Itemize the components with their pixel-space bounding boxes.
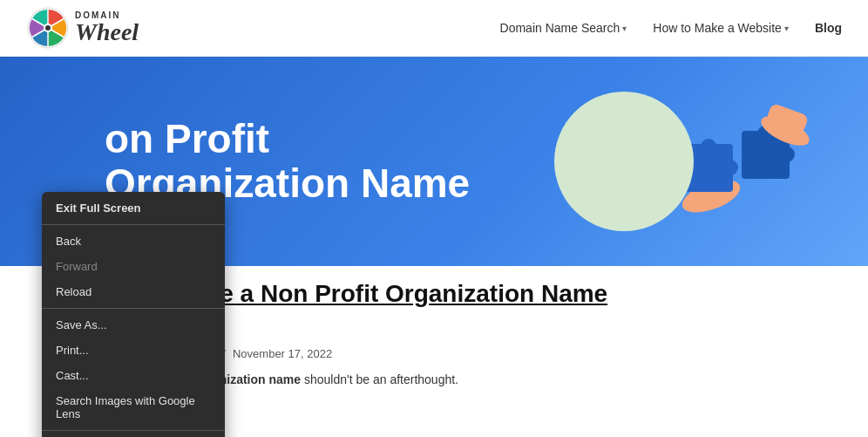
- navigation: Domain Name Search ▾ How to Make a Websi…: [500, 21, 842, 35]
- chevron-down-icon: ▾: [784, 24, 789, 33]
- puzzle-svg: [659, 83, 833, 240]
- context-menu-separator-2: [42, 308, 225, 309]
- puzzle-illustration: [659, 83, 833, 240]
- nav-domain-search-label: Domain Name Search: [500, 21, 620, 35]
- svg-point-12: [701, 139, 716, 154]
- nav-how-to[interactable]: How to Make a Website ▾: [653, 21, 789, 35]
- context-menu-search-images[interactable]: Search Images with Google Lens: [42, 388, 225, 427]
- logo[interactable]: DOMAIN Wheel: [26, 6, 139, 50]
- excerpt-suffix: shouldn't be an afterthought.: [301, 372, 458, 386]
- context-menu-exit-fullscreen[interactable]: Exit Full Screen: [42, 195, 225, 221]
- nav-blog[interactable]: Blog: [815, 21, 842, 35]
- nav-domain-search[interactable]: Domain Name Search ▾: [500, 21, 627, 35]
- logo-icon: [26, 6, 70, 50]
- context-menu-reload[interactable]: Reload: [42, 279, 225, 304]
- context-menu-save-as[interactable]: Save As...: [42, 312, 225, 338]
- header: DOMAIN Wheel Domain Name Search ▾ How to…: [0, 0, 868, 57]
- hero-title-line1: on Profit: [105, 116, 269, 161]
- logo-wheel-text: Wheel: [75, 20, 139, 44]
- context-menu-cast[interactable]: Cast...: [42, 363, 225, 388]
- context-menu-separator-3: [42, 430, 225, 431]
- chevron-down-icon: ▾: [622, 24, 627, 33]
- nav-blog-label: Blog: [815, 21, 842, 35]
- svg-point-8: [45, 25, 51, 31]
- main-content: on Profit Organization Name: [0, 57, 868, 402]
- context-menu-forward: Forward: [42, 254, 225, 279]
- context-menu-separator: [42, 224, 225, 225]
- article-date: November 17, 2022: [233, 347, 332, 360]
- context-menu-print[interactable]: Print...: [42, 338, 225, 363]
- svg-point-16: [779, 147, 795, 162]
- context-menu-back[interactable]: Back: [42, 229, 225, 254]
- svg-point-13: [722, 160, 738, 175]
- nav-how-to-label: How to Make a Website: [653, 21, 782, 35]
- context-menu: Exit Full Screen Back Forward Reload Sav…: [42, 192, 225, 437]
- logo-text: DOMAIN Wheel: [75, 11, 139, 44]
